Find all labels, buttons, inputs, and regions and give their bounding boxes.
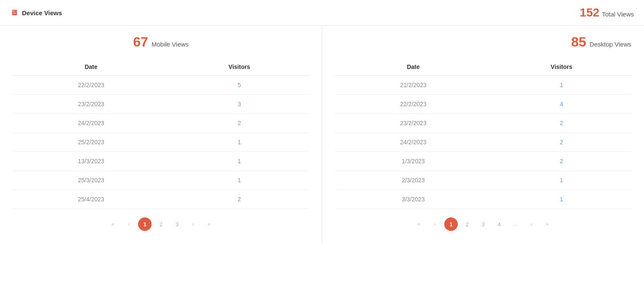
mobile-page-1-btn[interactable]: 1: [138, 217, 152, 231]
desktop-row-date: 24/2/2023: [335, 133, 492, 152]
desktop-col-visitors: Visitors: [492, 58, 631, 76]
desktop-row-visitors: 1: [492, 76, 631, 95]
desktop-row-date: 2/3/2023: [335, 171, 492, 190]
mobile-table-row: 24/2/2023 2: [13, 114, 309, 133]
mobile-row-date: 13/3/2023: [13, 152, 169, 171]
mobile-col-date: Date: [13, 58, 169, 76]
mobile-table-row: 22/2/2023 5: [13, 76, 309, 95]
mobile-table-row: 25/3/2023 1: [13, 171, 309, 190]
mobile-row-visitors: 1: [169, 152, 309, 171]
mobile-pagination: « ‹ 1 2 3 › »: [13, 217, 309, 231]
desktop-panel-header: 85Desktop Views: [335, 34, 631, 50]
desktop-row-date: 3/3/2023: [335, 190, 492, 209]
desktop-row-date: 23/2/2023: [335, 114, 492, 133]
desktop-page-2-btn[interactable]: 2: [460, 217, 474, 231]
desktop-count: 85: [571, 34, 586, 49]
mobile-label: Mobile Views: [152, 41, 189, 48]
content-area: 67Mobile Views Date Visitors 22/2/2023 5…: [0, 26, 644, 244]
mobile-row-visitors: 5: [169, 76, 309, 95]
mobile-col-visitors: Visitors: [169, 58, 309, 76]
mobile-first-page-btn[interactable]: «: [106, 217, 120, 231]
desktop-table: Date Visitors 21/2/2023 1 22/2/2023 4 23…: [335, 58, 631, 209]
desktop-table-row: 23/2/2023 2: [335, 114, 631, 133]
desktop-table-row: 1/3/2023 2: [335, 152, 631, 171]
desktop-prev-page-btn[interactable]: ‹: [428, 217, 442, 231]
monitor-icon: 🖥: [10, 8, 18, 17]
desktop-row-date: 22/2/2023: [335, 95, 492, 114]
desktop-row-visitors: 1: [492, 190, 631, 209]
mobile-table: Date Visitors 22/2/2023 5 23/2/2023 3 24…: [13, 58, 309, 209]
mobile-row-visitors: 3: [169, 95, 309, 114]
total-views-display: 152Total Views: [580, 6, 634, 19]
mobile-row-visitors: 2: [169, 114, 309, 133]
mobile-panel: 67Mobile Views Date Visitors 22/2/2023 5…: [0, 26, 322, 244]
desktop-row-date: 21/2/2023: [335, 76, 492, 95]
mobile-table-row: 23/2/2023 3: [13, 95, 309, 114]
page-header: 🖥 Device Views 152Total Views: [0, 0, 644, 26]
desktop-pagination: « ‹ 1 2 3 4 … › »: [335, 217, 631, 231]
mobile-row-visitors: 1: [169, 171, 309, 190]
mobile-row-visitors: 1: [169, 133, 309, 152]
mobile-row-date: 23/2/2023: [13, 95, 169, 114]
desktop-last-page-btn[interactable]: »: [541, 217, 554, 231]
desktop-row-visitors: 2: [492, 133, 631, 152]
mobile-prev-page-btn[interactable]: ‹: [122, 217, 136, 231]
mobile-row-date: 25/3/2023: [13, 171, 169, 190]
desktop-page-3-btn[interactable]: 3: [476, 217, 490, 231]
desktop-label: Desktop Views: [590, 41, 631, 48]
desktop-panel: 85Desktop Views Date Visitors 21/2/2023 …: [322, 26, 644, 244]
desktop-row-visitors: 1: [492, 171, 631, 190]
desktop-row-visitors: 4: [492, 95, 631, 114]
desktop-table-row: 21/2/2023 1: [335, 76, 631, 95]
desktop-table-row: 2/3/2023 1: [335, 171, 631, 190]
mobile-table-row: 13/3/2023 1: [13, 152, 309, 171]
desktop-col-date: Date: [335, 58, 492, 76]
desktop-row-visitors: 2: [492, 114, 631, 133]
mobile-row-date: 22/2/2023: [13, 76, 169, 95]
desktop-next-page-btn[interactable]: ›: [524, 217, 538, 231]
desktop-table-row: 24/2/2023 2: [335, 133, 631, 152]
mobile-row-date: 24/2/2023: [13, 114, 169, 133]
mobile-count: 67: [133, 34, 148, 49]
desktop-ellipsis: …: [508, 217, 522, 231]
mobile-last-page-btn[interactable]: »: [202, 217, 216, 231]
desktop-page-1-btn[interactable]: 1: [444, 217, 458, 231]
desktop-first-page-btn[interactable]: «: [412, 217, 426, 231]
mobile-table-row: 25/2/2023 1: [13, 133, 309, 152]
total-views-count: 152: [580, 6, 600, 19]
desktop-row-date: 1/3/2023: [335, 152, 492, 171]
mobile-page-3-btn[interactable]: 3: [170, 217, 184, 231]
total-views-label: Total Views: [602, 11, 634, 18]
mobile-panel-header: 67Mobile Views: [13, 34, 309, 50]
desktop-table-row: 3/3/2023 1: [335, 190, 631, 209]
mobile-row-date: 25/2/2023: [13, 133, 169, 152]
mobile-row-visitors: 2: [169, 190, 309, 209]
desktop-row-visitors: 2: [492, 152, 631, 171]
page-title: Device Views: [22, 9, 62, 16]
desktop-page-4-btn[interactable]: 4: [492, 217, 506, 231]
mobile-table-row: 25/4/2023 2: [13, 190, 309, 209]
header-title-group: 🖥 Device Views: [10, 8, 62, 17]
mobile-next-page-btn[interactable]: ›: [186, 217, 200, 231]
mobile-row-date: 25/4/2023: [13, 190, 169, 209]
desktop-table-row: 22/2/2023 4: [335, 95, 631, 114]
mobile-page-2-btn[interactable]: 2: [154, 217, 168, 231]
